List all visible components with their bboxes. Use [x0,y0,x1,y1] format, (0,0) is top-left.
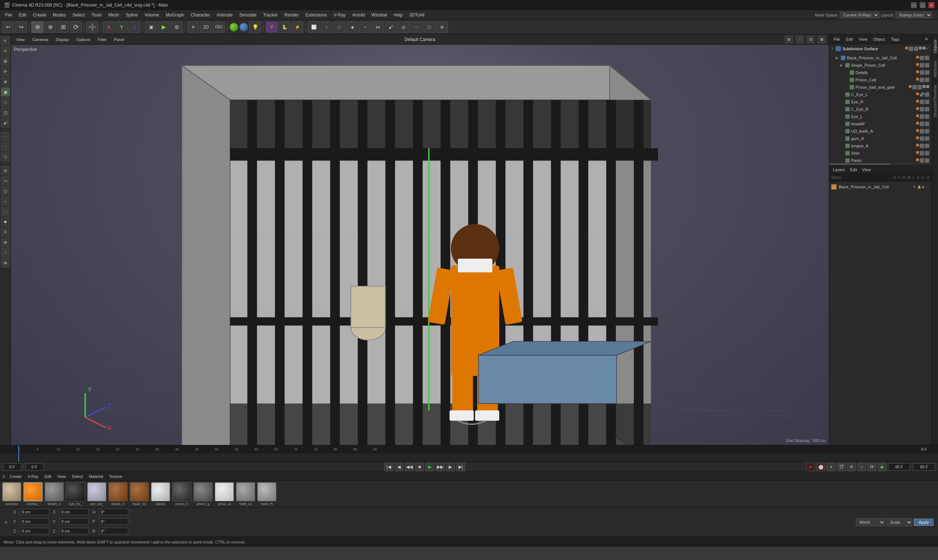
obj-row-prison-cell[interactable]: ▶ Single_Prison_Cell [830,62,931,69]
menu-help[interactable]: Help [391,12,406,18]
end-frame-input2[interactable] [913,463,935,471]
mat-head-ss[interactable]: head_SS [130,482,149,506]
python-btn[interactable]: 🐍 [278,22,290,32]
lt-knife-btn[interactable]: ⧖ [1,227,10,237]
menu-tools[interactable]: Tools [88,12,105,18]
pb-prev-frame-btn[interactable]: ◀ [395,463,404,471]
vray-btn[interactable]: V [266,22,277,32]
layer-eye-icon[interactable]: 👁 [913,185,916,189]
lt-polys-btn[interactable]: ⬡ [1,152,10,162]
add-button[interactable]: ➕ [86,22,98,32]
sphere2-btn[interactable]: ○ [321,22,332,32]
mat-edit-btn[interactable]: Edit [43,474,53,479]
script-btn[interactable]: ⚡ [291,22,303,32]
green-sphere-btn[interactable] [229,23,238,32]
mat-solid-le[interactable]: Solid_Le [236,482,255,506]
apply-button[interactable]: Apply [914,518,933,526]
menu-edit[interactable]: Edit [16,12,29,18]
obj-btn[interactable]: ◈ [346,22,358,32]
menu-vray[interactable]: V-Ray [331,12,349,18]
coord-scale-select[interactable]: Scale [887,518,912,526]
rotate-tool-button[interactable]: ⊗ [45,22,56,32]
scale-tool-button[interactable]: ⊞ [57,22,69,32]
side-tab-objects[interactable]: Objects [932,36,938,57]
lt-scale-btn[interactable]: ⊞ [1,57,10,66]
light-btn[interactable]: 💡 [249,22,261,32]
menu-render[interactable]: Render [281,12,302,18]
select-btn[interactable]: ◎ [398,22,409,32]
mat-create-btn[interactable]: Create [8,474,23,479]
lt-edges-btn[interactable]: ╌ [1,142,10,151]
coord-p-input[interactable] [99,518,128,525]
mat-material-btn[interactable]: Material [87,474,105,479]
obj-tb-view[interactable]: View [857,36,870,42]
lt-magnet-btn[interactable]: ⊛ [1,237,10,247]
obj-row-shirt[interactable]: Shirt [830,149,931,157]
coord-z-input[interactable] [20,528,49,534]
coord-x-input[interactable] [20,509,49,515]
transform-tool-button[interactable]: ⟳ [70,22,82,32]
mat-function-btn[interactable]: View [56,474,68,479]
obj-row-eye-r[interactable]: Eye_R [830,98,931,106]
end-frame-input[interactable] [888,463,910,471]
pb-anim-btn[interactable]: 🎬 [837,463,846,471]
menu-window[interactable]: Window [368,12,390,18]
x-axis-btn[interactable]: X [103,22,115,32]
coord-y2-input[interactable] [59,518,89,525]
obj-row-eye-l[interactable]: Eye_L [830,113,931,120]
menu-volume[interactable]: Volume [141,12,162,18]
vp-menu-display[interactable]: Display [54,37,71,43]
lt-fill-btn[interactable]: ⬛ [1,207,10,216]
coord-x2-input[interactable] [59,509,89,515]
mat-prison-b[interactable]: prison_b [172,482,191,506]
coord-world-select[interactable]: World Object [856,518,885,526]
menu-mograph[interactable]: MoGraph [163,12,187,18]
render-region-btn[interactable]: ▣ [145,22,157,32]
lt-object-btn[interactable]: □ [1,97,10,107]
pb-move-icon[interactable]: ✛ [847,463,856,471]
vp-btn-1[interactable]: ⊞ [785,35,793,44]
node-space-select[interactable]: Current (V-Ray) [840,12,880,18]
pb-prev-play-btn[interactable]: ◀◀ [405,463,414,471]
snap-enable-btn[interactable]: ✕ [187,22,199,32]
vp-menu-cameras[interactable]: Cameras [30,37,51,43]
vp-menu-options[interactable]: Options [74,37,92,43]
lt-axis-btn[interactable]: ⊗ [1,258,10,268]
pb-first-frame-btn[interactable]: |◀ [384,463,393,471]
menu-select[interactable]: Select [70,12,88,18]
pb-play2-icon[interactable]: ▶ [878,463,887,471]
coord-b-input[interactable] [99,528,128,534]
obj-row-gum[interactable]: gum_A [830,135,931,142]
pb-record-btn[interactable]: ● [806,463,815,471]
viewport-canvas[interactable]: Perspective [11,45,829,445]
pb-next-play-btn[interactable]: ▶▶ [436,463,444,471]
menu-spline[interactable]: Spline [123,12,141,18]
menu-simulate[interactable]: Simulate [237,12,260,18]
mat-hands-s[interactable]: hands_S [109,482,128,506]
box-btn[interactable]: □ [334,22,345,32]
mat-ceramics[interactable]: ceramics [2,482,21,506]
pb-last-frame-btn[interactable]: ▶| [456,463,465,471]
obj-row-ud-teeth[interactable]: UD_teeth_A [830,128,931,135]
sculpt-btn[interactable]: ⬡ [423,22,435,32]
close-button[interactable]: ✕ [929,2,934,8]
layers-tab[interactable]: Layers [831,167,846,172]
menu-arnold[interactable]: Arnold [349,12,368,18]
mat-prison-g[interactable]: prison_g [194,482,212,506]
mat-texture-btn[interactable]: Texture [108,474,124,479]
obj-tb-tags[interactable]: Tags [889,36,901,42]
render-view-btn[interactable]: ▶ [158,22,170,32]
obj-tb-file[interactable]: File [831,36,842,42]
blue-sphere-btn[interactable] [239,23,248,32]
frame-input-start[interactable] [3,463,21,471]
pb-stop-btn[interactable]: ■ [415,463,424,471]
menu-tracker[interactable]: Tracker [260,12,281,18]
obj-row-details[interactable]: Details [830,69,931,76]
pb-key-btn[interactable]: ⌖ [827,463,835,471]
obj-row-prisoncell2[interactable]: Prison_Cell [830,76,931,83]
menu-extensions[interactable]: Extensions [302,12,330,18]
mat-hamburger-icon[interactable]: ≡ [2,474,5,479]
mat-eye-out[interactable]: eye_out_ [87,482,106,506]
lt-points-btn[interactable]: ··· [1,132,10,141]
coord-hamburger-icon[interactable]: ≡ [5,519,7,525]
